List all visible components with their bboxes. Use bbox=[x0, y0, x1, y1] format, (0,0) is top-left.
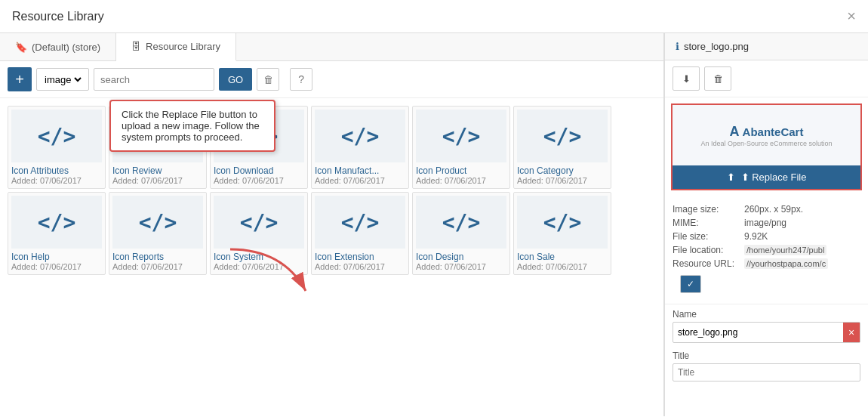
grid-item[interactable]: </> Icon Help Added: 07/06/2017 bbox=[8, 192, 106, 275]
file-info: Image size: 260px. x 59px. MIME: image/p… bbox=[665, 196, 868, 304]
item-name: Icon Reports bbox=[112, 252, 203, 262]
mime-value: image/png bbox=[744, 216, 860, 230]
mime-label: MIME: bbox=[673, 216, 744, 230]
grid-item[interactable]: </> Icon System Added: 07/06/2017 bbox=[210, 192, 308, 275]
item-thumb: </> bbox=[11, 110, 102, 162]
item-thumb: </> bbox=[11, 196, 102, 249]
bookmark-icon: 🔖 bbox=[15, 42, 27, 53]
trash-icon: 🗑 bbox=[713, 73, 723, 85]
name-input[interactable] bbox=[673, 324, 843, 341]
right-panel: ℹ store_logo.png ⬇ 🗑 A AbanteCart An Ide… bbox=[664, 33, 868, 416]
modal-header: Resource Library × bbox=[0, 0, 868, 33]
item-date: Added: 07/06/2017 bbox=[214, 176, 304, 185]
download-button[interactable]: ⬇ bbox=[673, 66, 700, 91]
tooltip-text: Click the Replace File button to upload … bbox=[122, 109, 260, 143]
item-date: Added: 07/06/2017 bbox=[112, 176, 203, 185]
modal-title: Resource Library bbox=[12, 10, 104, 23]
abante-sub: An Ideal Open-Source eCommerce solution bbox=[700, 140, 832, 147]
right-panel-header: ℹ store_logo.png bbox=[665, 33, 868, 60]
file-size-label: File size: bbox=[673, 230, 744, 243]
item-name: Icon Attributes bbox=[11, 165, 102, 176]
item-name: Icon Manufact... bbox=[315, 165, 405, 176]
filter-select[interactable]: image file video bbox=[42, 73, 84, 86]
title-section: Title bbox=[665, 348, 868, 385]
grid-item[interactable]: </> Icon Manufact... Added: 07/06/2017 bbox=[311, 106, 409, 189]
item-name: Icon Category bbox=[517, 165, 608, 176]
tab-default-store[interactable]: 🔖 (Default) (store) bbox=[0, 33, 116, 60]
grid-item[interactable]: </> Icon Design Added: 07/06/2017 bbox=[412, 192, 510, 275]
go-button[interactable]: GO bbox=[219, 68, 252, 91]
delete-file-button[interactable]: 🗑 bbox=[704, 66, 731, 91]
grid-item[interactable]: </> Icon Extension Added: 07/06/2017 bbox=[311, 192, 409, 275]
preview-area: A AbanteCart An Ideal Open-Source eComme… bbox=[671, 103, 862, 190]
file-size-value: 9.92K bbox=[744, 230, 860, 243]
item-name: Icon Download bbox=[214, 165, 304, 176]
image-size-value: 260px. x 59px. bbox=[744, 202, 860, 216]
grid-item[interactable]: </> Icon Reports Added: 07/06/2017 bbox=[109, 192, 207, 275]
name-input-wrapper: × bbox=[673, 322, 860, 343]
tooltip-balloon: Click the Replace File button to upload … bbox=[109, 100, 275, 152]
grid-item[interactable]: </> Icon Attributes Added: 07/06/2017 bbox=[8, 106, 106, 189]
item-name: Icon Extension bbox=[315, 252, 405, 262]
item-thumb: </> bbox=[416, 110, 506, 162]
item-name: Icon System bbox=[214, 252, 304, 262]
item-date: Added: 07/06/2017 bbox=[112, 262, 203, 271]
check-button[interactable]: ✓ bbox=[680, 275, 701, 293]
item-date: Added: 07/06/2017 bbox=[416, 262, 506, 271]
grid-item[interactable]: </> Icon Product Added: 07/06/2017 bbox=[412, 106, 510, 189]
add-button[interactable]: + bbox=[8, 67, 32, 91]
item-date: Added: 07/06/2017 bbox=[416, 176, 506, 185]
title-label: Title bbox=[673, 351, 860, 361]
resource-url-label: Resource URL: bbox=[673, 257, 744, 270]
right-header-title: store_logo.png bbox=[684, 41, 749, 52]
filter-select-wrapper: image file video bbox=[36, 68, 89, 91]
search-input[interactable] bbox=[94, 68, 214, 91]
grid-item[interactable]: </> Icon Category Added: 07/06/2017 bbox=[513, 106, 611, 189]
close-button[interactable]: × bbox=[847, 8, 856, 25]
item-thumb: </> bbox=[112, 196, 203, 249]
item-thumb: </> bbox=[416, 196, 506, 249]
item-date: Added: 07/06/2017 bbox=[214, 262, 304, 271]
name-clear-button[interactable]: × bbox=[843, 323, 860, 342]
item-date: Added: 07/06/2017 bbox=[315, 262, 405, 271]
download-icon: ⬇ bbox=[682, 73, 691, 85]
tab-default-store-label: (Default) (store) bbox=[32, 42, 100, 53]
item-date: Added: 07/06/2017 bbox=[11, 176, 102, 185]
grid-area: Click the Replace File button to upload … bbox=[0, 98, 663, 416]
upload-icon: ⬆ bbox=[727, 171, 735, 183]
trash-icon: 🗑 bbox=[263, 74, 273, 85]
image-size-label: Image size: bbox=[673, 202, 744, 216]
item-thumb: </> bbox=[315, 196, 405, 249]
info-icon: ℹ bbox=[676, 41, 679, 52]
item-thumb: </> bbox=[214, 196, 304, 249]
resource-url-value: //yourhostpapa.com/c bbox=[744, 258, 828, 269]
item-name: Icon Product bbox=[416, 165, 506, 176]
help-button[interactable]: ? bbox=[290, 68, 312, 91]
file-location-value: /home/yourh247/publ bbox=[744, 245, 826, 255]
item-thumb: </> bbox=[517, 110, 608, 162]
database-icon: 🗄 bbox=[131, 41, 141, 52]
file-location-label: File location: bbox=[673, 243, 744, 257]
replace-file-button[interactable]: ⬆ ⬆ Replace File bbox=[673, 165, 860, 189]
item-name: Icon Review bbox=[112, 165, 203, 176]
item-date: Added: 07/06/2017 bbox=[315, 176, 405, 185]
right-panel-toolbar: ⬇ 🗑 bbox=[665, 60, 868, 97]
grid-item[interactable]: </> Icon Sale Added: 07/06/2017 bbox=[513, 192, 611, 275]
question-icon: ? bbox=[298, 73, 304, 85]
left-panel: 🔖 (Default) (store) 🗄 Resource Library +… bbox=[0, 33, 664, 416]
item-date: Added: 07/06/2017 bbox=[11, 262, 102, 271]
abante-logo: A AbanteCart An Ideal Open-Source eComme… bbox=[700, 124, 832, 147]
delete-button[interactable]: 🗑 bbox=[257, 68, 279, 91]
item-thumb: </> bbox=[517, 196, 608, 249]
item-date: Added: 07/06/2017 bbox=[517, 262, 608, 271]
tab-resource-library[interactable]: 🗄 Resource Library bbox=[116, 33, 236, 61]
item-date: Added: 07/06/2017 bbox=[517, 176, 608, 185]
item-name: Icon Sale bbox=[517, 252, 608, 262]
abante-name: A AbanteCart bbox=[730, 124, 804, 140]
title-input[interactable] bbox=[673, 363, 860, 381]
preview-image: A AbanteCart An Ideal Open-Source eComme… bbox=[673, 105, 860, 165]
toolbar: + image file video GO 🗑 ? bbox=[0, 61, 663, 98]
grid: </> Icon Attributes Added: 07/06/2017 </… bbox=[8, 106, 656, 275]
tab-resource-library-label: Resource Library bbox=[146, 41, 220, 52]
item-thumb: </> bbox=[315, 110, 405, 162]
